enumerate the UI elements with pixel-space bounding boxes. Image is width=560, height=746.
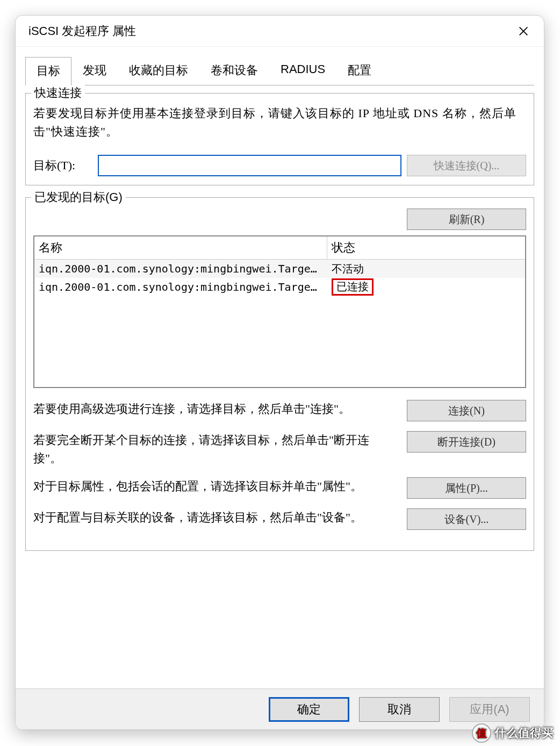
cell-name: iqn.2000-01.com.synology:mingbingwei.Tar… [34, 262, 327, 275]
devices-button[interactable]: 设备(V)... [407, 508, 526, 530]
table-row[interactable]: iqn.2000-01.com.synology:mingbingwei.Tar… [34, 278, 525, 296]
table-row[interactable]: iqn.2000-01.com.synology:mingbingwei.Tar… [34, 260, 525, 278]
cell-name: iqn.2000-01.com.synology:mingbingwei.Tar… [34, 281, 327, 293]
group-legend-discovered: 已发现的目标(G) [31, 189, 126, 205]
tab-config[interactable]: 配置 [336, 56, 383, 85]
target-input-row: 目标(T): 快速连接(Q)... [33, 155, 526, 176]
group-quick-connect: 快速连接 若要发现目标并使用基本连接登录到目标，请键入该目标的 IP 地址或 D… [25, 93, 534, 185]
tab-panel-targets: 快速连接 若要发现目标并使用基本连接登录到目标，请键入该目标的 IP 地址或 D… [25, 85, 534, 551]
group-legend-quick-connect: 快速连接 [31, 85, 85, 101]
properties-description: 对于目标属性，包括会话的配置，请选择该目标并单击"属性"。 [33, 477, 362, 496]
tab-discovery[interactable]: 发现 [71, 56, 118, 85]
quick-connect-description: 若要发现目标并使用基本连接登录到目标，请键入该目标的 IP 地址或 DNS 名称… [33, 104, 526, 141]
actions-area: 若要使用高级选项进行连接，请选择目标，然后单击"连接"。 连接(N) 若要完全断… [33, 400, 526, 530]
table-header: 名称 状态 [34, 236, 525, 260]
refresh-button[interactable]: 刷新(R) [407, 209, 526, 230]
disconnect-button[interactable]: 断开连接(D) [407, 431, 526, 453]
connect-button[interactable]: 连接(N) [407, 400, 526, 421]
dialog-window: iSCSI 发起程序 属性 目标 发现 收藏的目标 卷和设备 RADIUS 配置… [15, 15, 544, 730]
window-title: iSCSI 发起程序 属性 [28, 23, 136, 39]
watermark-icon: 值 [472, 723, 491, 743]
titlebar: iSCSI 发起程序 属性 [16, 16, 544, 47]
discovered-targets-table[interactable]: 名称 状态 iqn.2000-01.com.synology:mingbingw… [33, 235, 526, 388]
dialog-button-bar: 确定 取消 应用(A) [16, 688, 544, 729]
properties-button[interactable]: 属性(P)... [407, 477, 526, 499]
cell-status: 已连接 [327, 278, 525, 296]
status-badge: 已连接 [332, 278, 374, 296]
watermark-text: 什么值得买 [494, 725, 554, 741]
watermark: 值 什么值得买 [472, 723, 554, 743]
cancel-button[interactable]: 取消 [359, 697, 440, 722]
content-area: 目标 发现 收藏的目标 卷和设备 RADIUS 配置 快速连接 若要发现目标并使… [16, 47, 544, 688]
close-button[interactable] [513, 20, 534, 42]
connect-description: 若要使用高级选项进行连接，请选择目标，然后单击"连接"。 [33, 400, 350, 418]
target-input[interactable] [98, 155, 401, 176]
cell-status: 不活动 [327, 262, 525, 276]
tab-targets[interactable]: 目标 [25, 57, 71, 85]
tab-volumes[interactable]: 卷和设备 [199, 56, 269, 85]
ok-button[interactable]: 确定 [269, 697, 349, 722]
group-discovered-targets: 已发现的目标(G) 刷新(R) 名称 状态 iqn.2000-01.com.sy… [25, 197, 534, 551]
tab-favorites[interactable]: 收藏的目标 [118, 56, 199, 85]
devices-description: 对于配置与目标关联的设备，请选择该目标，然后单击"设备"。 [33, 508, 362, 527]
column-header-status[interactable]: 状态 [327, 236, 525, 260]
target-label: 目标(T): [33, 157, 92, 174]
disconnect-description: 若要完全断开某个目标的连接，请选择该目标，然后单击"断开连接"。 [33, 431, 372, 468]
tab-bar: 目标 发现 收藏的目标 卷和设备 RADIUS 配置 [25, 56, 534, 85]
apply-button[interactable]: 应用(A) [449, 697, 530, 722]
column-header-name[interactable]: 名称 [34, 236, 327, 260]
tab-radius[interactable]: RADIUS [269, 56, 336, 85]
close-icon [518, 25, 529, 37]
quick-connect-button[interactable]: 快速连接(Q)... [407, 155, 526, 176]
